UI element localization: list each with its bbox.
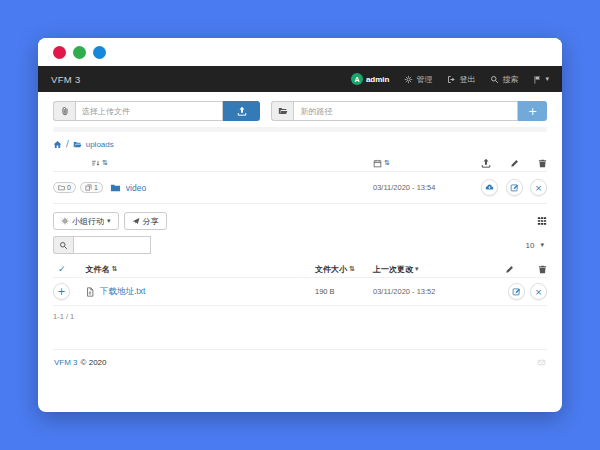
nav-logout-label: 登出	[459, 74, 475, 85]
pagination-range: 1-1 / 1	[53, 312, 547, 321]
files-table: ✓ 文件名 ⇅ 文件大小 ⇅ 上一次更改 ▾	[53, 261, 547, 321]
sort-name-header[interactable]: ⇅	[91, 159, 108, 168]
search-icon	[490, 75, 499, 84]
folder-row: 0 1 video 03/11/2020 - 13:54 ×	[53, 172, 547, 204]
filename-column-header[interactable]: 文件名 ⇅	[86, 264, 118, 275]
home-icon[interactable]	[53, 140, 62, 149]
breadcrumb-current-folder[interactable]: uploads	[86, 140, 114, 149]
edit-folder-button[interactable]	[506, 179, 523, 196]
upload-button[interactable]	[223, 101, 260, 121]
upload-row: +	[53, 101, 547, 121]
folder-icon	[110, 182, 121, 193]
folder-open-icon	[271, 101, 293, 121]
share-button[interactable]: 分享	[124, 212, 167, 230]
user-menu[interactable]: A admin	[351, 73, 390, 85]
folders-table: ⇅ ⇅	[53, 155, 547, 204]
actions-toolbar: 小组行动 ▾ 分享	[53, 212, 547, 230]
gear-icon	[61, 217, 69, 225]
nav-manage-label: 管理	[416, 74, 432, 85]
browser-window: VFM 3 A admin 管理 登出 搜索 ▾	[38, 38, 562, 412]
chevron-down-icon: ▾	[545, 75, 549, 83]
filesize-column-header[interactable]: 文件大小 ⇅	[315, 264, 373, 275]
page-footer: VFM 3 © 2020	[53, 349, 547, 367]
file-count-badge: 1	[80, 182, 103, 193]
sort-desc-icon: ▾	[415, 265, 419, 273]
window-titlebar	[38, 38, 562, 66]
file-row: + 下载地址.txt 190 B 03/11/2020 - 13:52 ×	[53, 278, 547, 306]
group-actions-label: 小组行动	[72, 216, 104, 227]
delete-file-button[interactable]: ×	[530, 283, 547, 300]
main-content: + / uploads ⇅	[38, 92, 562, 412]
folder-modified-date: 03/11/2020 - 13:54	[373, 183, 481, 192]
app-navbar: VFM 3 A admin 管理 登出 搜索 ▾	[38, 66, 562, 92]
nav-search-label: 搜索	[502, 74, 518, 85]
share-label: 分享	[143, 216, 159, 227]
group-actions-button[interactable]: 小组行动 ▾	[53, 212, 119, 230]
filename-header-label: 文件名	[86, 264, 110, 275]
search-row: 10 ▾	[53, 236, 547, 254]
file-link[interactable]: 下载地址.txt	[100, 286, 145, 298]
filter-files-input[interactable]	[73, 236, 151, 254]
delete-folder-button[interactable]: ×	[530, 179, 547, 196]
close-window-dot[interactable]	[53, 46, 66, 59]
upload-to-folder-icon[interactable]	[481, 158, 491, 168]
download-folder-button[interactable]	[481, 179, 498, 196]
folders-table-header: ⇅ ⇅	[53, 155, 547, 172]
maximize-window-dot[interactable]	[93, 46, 106, 59]
expand-file-button[interactable]: +	[53, 283, 70, 300]
close-icon: ×	[535, 287, 543, 297]
file-text-icon	[85, 287, 95, 297]
edit-file-button[interactable]	[508, 283, 525, 300]
sign-out-icon	[447, 75, 456, 84]
minimize-window-dot[interactable]	[73, 46, 86, 59]
sort-date-header[interactable]: ⇅	[373, 159, 481, 168]
breadcrumb-separator: /	[66, 140, 69, 149]
modified-column-header[interactable]: 上一次更改 ▾	[373, 264, 481, 275]
select-all-check-icon[interactable]: ✓	[58, 264, 66, 274]
close-icon: ×	[535, 183, 543, 193]
flag-icon	[533, 75, 542, 84]
upload-progress-bar	[53, 127, 547, 132]
nav-manage[interactable]: 管理	[404, 74, 432, 85]
add-folder-button[interactable]: +	[518, 101, 547, 121]
sort-icon: ⇅	[349, 265, 355, 273]
plus-icon: +	[57, 286, 65, 297]
paper-plane-icon	[132, 217, 140, 225]
subfolder-count: 0	[67, 184, 71, 191]
footer-brand-link[interactable]: VFM 3	[54, 358, 78, 367]
copy-icon	[85, 184, 92, 191]
sort-icon: ⇅	[112, 265, 118, 273]
chevron-down-icon: ▾	[107, 217, 111, 225]
language-menu[interactable]: ▾	[533, 75, 549, 84]
file-count: 1	[94, 184, 98, 191]
page-size-select[interactable]: 10 ▾	[526, 241, 547, 250]
new-path-input[interactable]	[293, 101, 518, 121]
sort-icon: ⇅	[384, 159, 390, 167]
file-modified-date: 03/11/2020 - 13:52	[373, 287, 481, 296]
user-name: admin	[366, 75, 390, 84]
subfolder-count-badge: 0	[53, 182, 76, 193]
breadcrumb: / uploads	[53, 140, 547, 149]
files-table-header: ✓ 文件名 ⇅ 文件大小 ⇅ 上一次更改 ▾	[53, 261, 547, 278]
search-icon	[53, 236, 73, 254]
pencil-icon[interactable]	[510, 159, 519, 168]
nav-search[interactable]: 搜索	[490, 74, 518, 85]
footer-copyright: © 2020	[81, 358, 107, 367]
footer-icon	[537, 358, 546, 367]
paperclip-icon	[53, 101, 75, 121]
upload-file-input[interactable]	[75, 101, 223, 121]
gear-icon	[404, 75, 413, 84]
pencil-icon[interactable]	[505, 265, 514, 274]
modified-header-label: 上一次更改	[373, 264, 413, 275]
app-brand[interactable]: VFM 3	[51, 74, 80, 85]
folder-icon	[58, 184, 65, 191]
grid-view-icon[interactable]	[537, 216, 547, 226]
filesize-header-label: 文件大小	[315, 264, 347, 275]
trash-icon[interactable]	[538, 159, 547, 168]
trash-icon[interactable]	[538, 265, 547, 274]
plus-icon: +	[528, 105, 537, 118]
nav-logout[interactable]: 登出	[447, 74, 475, 85]
folder-open-icon	[73, 140, 82, 149]
sort-icon: ⇅	[102, 159, 108, 167]
folder-link[interactable]: video	[126, 183, 146, 193]
